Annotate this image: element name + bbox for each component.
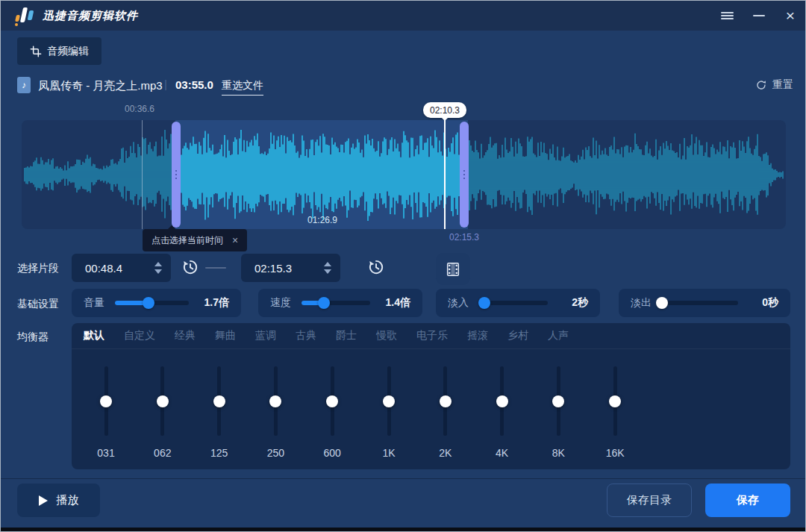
menu-icon[interactable] — [715, 1, 739, 31]
fade-in-label: 淡入 — [448, 296, 469, 310]
eq-preset-tab[interactable]: 爵士 — [336, 329, 357, 342]
eq-band-125: 125 — [204, 366, 234, 469]
play-button-label: 播放 — [57, 493, 79, 507]
eq-preset-tab[interactable]: 乡村 — [507, 329, 528, 342]
eq-preset-tab[interactable]: 摇滚 — [467, 329, 488, 342]
clip-end-value: 02:15.3 — [254, 262, 324, 275]
playhead-time-bubble[interactable]: 02:10.3 — [423, 102, 466, 118]
selection-duration-label: 01:26.9 — [307, 215, 337, 225]
volume-label: 音量 — [84, 296, 104, 310]
eq-band-label: 250 — [260, 447, 290, 459]
speed-slider[interactable] — [302, 301, 370, 305]
clip-end-history-button[interactable] — [366, 257, 387, 278]
clip-start-value: 00:48.4 — [85, 262, 154, 275]
fade-out-value: 0秒 — [749, 296, 778, 310]
eq-preset-tab[interactable]: 人声 — [548, 329, 569, 342]
reset-label: 重置 — [772, 78, 793, 92]
eq-preset-tab[interactable]: 慢歌 — [376, 329, 397, 342]
eq-preset-tab[interactable]: 经典 — [175, 329, 196, 342]
save-button[interactable]: 保存 — [705, 484, 790, 517]
eq-band-knob[interactable] — [326, 395, 338, 407]
eq-preset-tab[interactable]: 舞曲 — [215, 329, 236, 342]
history-clock-icon — [366, 257, 386, 277]
reset-icon — [755, 79, 767, 91]
title-bar: 迅捷音频剪辑软件 × — [1, 1, 805, 31]
playhead-line[interactable] — [444, 113, 446, 229]
clip-start-history-button[interactable] — [181, 257, 202, 278]
fade-out-slider-panel: 淡出 0秒 — [619, 289, 790, 317]
eq-band-031: 031 — [91, 366, 121, 469]
eq-preset-tab[interactable]: 默认 — [84, 329, 104, 342]
volume-value: 1.7倍 — [199, 296, 229, 310]
eq-band-knob[interactable] — [213, 395, 225, 407]
eq-band-knob[interactable] — [440, 395, 452, 407]
fade-out-slider[interactable] — [662, 301, 738, 305]
file-info-bar: ♪ 凤凰传奇 - 月亮之上.mp3 | 03:55.0 重选文件 重置 — [1, 74, 805, 99]
equalizer-sliders: 0310621252506001K2K4K8K16K — [72, 349, 790, 469]
app-logo-icon — [14, 6, 37, 25]
tooltip-close-icon[interactable]: × — [232, 235, 238, 245]
fade-in-value: 2秒 — [558, 296, 588, 310]
file-name: 凤凰传奇 - 月亮之上.mp3 — [38, 79, 163, 93]
clip-start-stepper[interactable] — [154, 262, 162, 274]
eq-preset-tab[interactable]: 自定义 — [124, 329, 155, 342]
eq-preset-tab[interactable]: 古典 — [296, 329, 316, 342]
eq-preset-tab[interactable]: 蓝调 — [255, 329, 276, 342]
eq-band-label: 16K — [600, 447, 630, 459]
volume-slider[interactable] — [115, 301, 189, 305]
time-marker-line — [142, 120, 143, 229]
eq-band-250: 250 — [260, 366, 290, 469]
clip-section-label: 选择片段 — [17, 262, 59, 275]
app-title: 迅捷音频剪辑软件 — [43, 9, 138, 23]
eq-band-knob[interactable] — [269, 395, 281, 407]
eq-band-knob[interactable] — [100, 395, 112, 407]
basic-settings-label: 基础设置 — [17, 298, 59, 311]
clip-end-stepper[interactable] — [324, 262, 331, 274]
tab-audio-edit[interactable]: 音频编辑 — [17, 37, 101, 65]
footer-divider — [1, 478, 805, 479]
eq-band-label: 2K — [431, 447, 460, 459]
eq-band-knob[interactable] — [496, 395, 508, 407]
eq-band-knob[interactable] — [383, 395, 395, 407]
waveform-graphic — [22, 120, 786, 229]
eq-band-knob[interactable] — [609, 395, 621, 407]
save-directory-button[interactable]: 保存目录 — [607, 484, 692, 517]
save-directory-label: 保存目录 — [627, 493, 672, 507]
eq-band-knob[interactable] — [552, 395, 564, 407]
selection-start-handle[interactable] — [172, 122, 181, 228]
speed-label: 速度 — [270, 296, 291, 310]
filmstrip-icon — [445, 261, 461, 278]
playhead-bubble-pointer — [441, 117, 449, 121]
eq-band-label: 062 — [148, 447, 178, 459]
clip-end-input[interactable]: 02:15.3 — [241, 254, 340, 282]
clip-segment-button[interactable] — [436, 253, 470, 285]
eq-band-knob[interactable] — [157, 395, 169, 407]
equalizer-label: 均衡器 — [17, 331, 49, 344]
close-icon[interactable]: × — [777, 1, 804, 31]
selection-end-handle[interactable] — [460, 122, 469, 228]
fade-out-label: 淡出 — [631, 296, 652, 310]
app-window: 迅捷音频剪辑软件 × 音频编辑 ♪ 凤凰传奇 - 月亮之上.mp3 | 03:5… — [0, 0, 806, 532]
minimize-icon[interactable] — [747, 1, 771, 31]
separator: | — [164, 78, 167, 90]
window-bottom-edge — [1, 528, 805, 531]
eq-preset-tab[interactable]: 电子乐 — [416, 329, 448, 342]
fade-in-slider-panel: 淡入 2秒 — [436, 289, 600, 317]
eq-band-16K: 16K — [600, 366, 630, 469]
eq-band-label: 1K — [374, 447, 404, 459]
volume-slider-panel: 音量 1.7倍 — [72, 289, 241, 317]
reselect-file-link[interactable]: 重选文件 — [222, 79, 263, 96]
waveform-container[interactable] — [22, 120, 786, 229]
clip-start-input[interactable]: 00:48.4 — [72, 254, 171, 282]
speed-value: 1.4倍 — [381, 296, 410, 310]
play-icon — [39, 495, 48, 506]
reset-button[interactable]: 重置 — [755, 78, 793, 92]
selection-end-time-label: 02:15.3 — [449, 232, 479, 242]
play-button[interactable]: 播放 — [17, 484, 100, 517]
eq-band-label: 8K — [543, 447, 573, 459]
eq-band-label: 125 — [204, 447, 234, 459]
fade-in-slider[interactable] — [479, 301, 548, 305]
eq-band-8K: 8K — [543, 366, 573, 469]
eq-band-600: 600 — [317, 366, 347, 469]
marker-time-label: 00:36.6 — [125, 104, 154, 114]
